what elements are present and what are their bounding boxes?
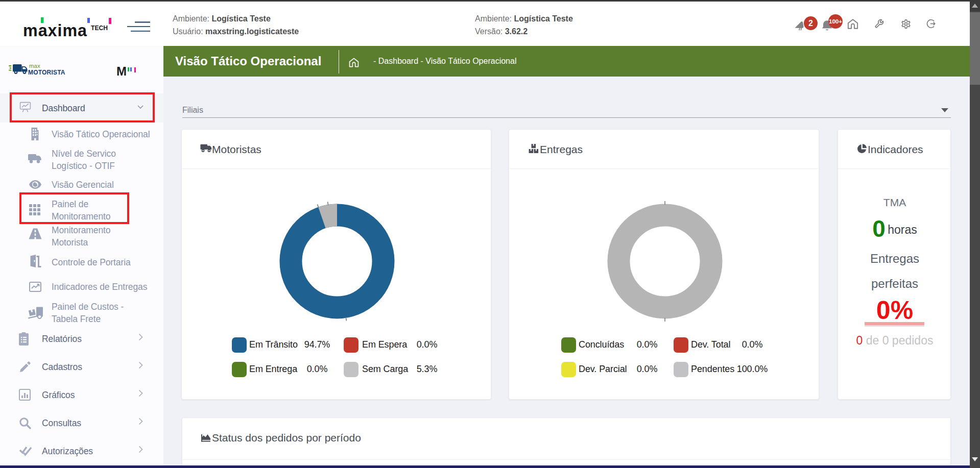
svg-text:TECH: TECH — [91, 24, 108, 32]
svg-text:maxima: maxima — [23, 21, 87, 38]
